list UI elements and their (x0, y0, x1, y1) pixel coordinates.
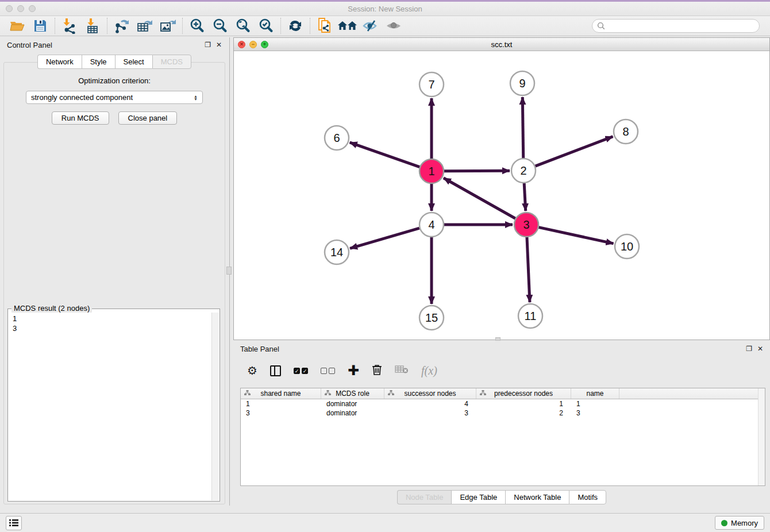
tab-node-table[interactable]: Node Table (397, 490, 452, 504)
show-elements-button[interactable] (382, 17, 405, 34)
float-panel-icon[interactable]: ❐ (205, 41, 211, 48)
table-cell[interactable]: 1 (241, 400, 321, 408)
tab-edge-table[interactable]: Edge Table (451, 490, 505, 504)
column-sort-icon[interactable] (388, 390, 394, 398)
network-graph[interactable]: 1234678910111415 (234, 51, 769, 340)
network-view-window: scc.txt ✕ − + 1234678910111415 (233, 37, 770, 340)
status-bar: Memory (0, 513, 770, 532)
graph-node-label-1: 1 (428, 165, 434, 178)
tab-motifs[interactable]: Motifs (569, 490, 606, 504)
table-cell[interactable]: 1 (476, 400, 571, 408)
table-toolbar: ⚙ ✓✓ ✚ f(x) (240, 359, 763, 382)
table-row[interactable]: 1dominator411 (241, 399, 765, 408)
column-header-name[interactable]: name (571, 388, 619, 399)
zoom-out-button[interactable] (209, 17, 232, 34)
run-mcds-button[interactable]: Run MCDS (52, 111, 109, 125)
import-network-button[interactable] (58, 17, 81, 34)
column-header-shared-name[interactable]: shared name (241, 388, 321, 399)
column-sort-icon[interactable] (244, 390, 251, 398)
delete-icon[interactable] (372, 364, 382, 378)
control-panel-title: Control Panel (7, 41, 52, 49)
graph-edge-2-3[interactable] (524, 183, 526, 211)
column-header-predecessor-nodes[interactable]: predecessor nodes (476, 388, 571, 399)
tab-style[interactable]: Style (82, 55, 115, 69)
clone-network-button[interactable] (313, 17, 336, 34)
memory-button[interactable]: Memory (715, 516, 764, 530)
delete-table-icon[interactable] (395, 365, 409, 376)
network-canvas[interactable]: 1234678910111415 (234, 51, 769, 340)
table-cell[interactable]: 2 (476, 409, 571, 417)
hide-eye-icon (362, 19, 379, 33)
tab-network-table[interactable]: Network Table (505, 490, 569, 504)
graph-node-label-14: 14 (330, 246, 343, 259)
table-cell[interactable]: 3 (241, 409, 321, 417)
search-field[interactable] (592, 19, 760, 33)
graph-edge-4-14[interactable] (350, 228, 419, 248)
save-icon (33, 19, 47, 33)
table-cell[interactable]: 1 (571, 400, 619, 408)
column-sort-icon[interactable] (480, 390, 486, 398)
graph-node-label-3: 3 (523, 218, 529, 231)
select-all-checkboxes-icon[interactable]: ✓✓ (294, 368, 308, 374)
column-header-MCDS-role[interactable]: MCDS role (321, 388, 384, 399)
graph-edge-3-1[interactable] (444, 178, 515, 218)
zoom-fit-button[interactable] (232, 17, 255, 34)
zoom-in-button[interactable] (186, 17, 209, 34)
table-row[interactable]: 3dominator323 (241, 408, 765, 418)
column-header-label: shared name (260, 390, 301, 398)
home-button[interactable] (336, 17, 359, 34)
table-cell[interactable]: dominator (321, 400, 384, 408)
zoom-out-icon (212, 18, 228, 34)
result-scrollbar[interactable] (211, 313, 219, 500)
close-panel-button[interactable]: Close panel (118, 111, 178, 125)
splitter-handle[interactable] (226, 267, 232, 275)
network-window-titlebar[interactable]: scc.txt ✕ − + (234, 38, 769, 51)
graph-edge-2-8[interactable] (536, 137, 613, 167)
hide-elements-button[interactable] (359, 17, 382, 34)
network-resize-handle[interactable] (495, 337, 500, 341)
export-network-button[interactable] (110, 17, 133, 34)
tab-network[interactable]: Network (37, 55, 82, 69)
memory-label: Memory (731, 519, 758, 527)
tab-mcds[interactable]: MCDS (152, 55, 191, 69)
export-table-button[interactable] (133, 17, 156, 34)
graph-edge-1-2[interactable] (444, 171, 510, 171)
zoom-in-icon (189, 18, 205, 34)
table-scrollbar[interactable] (758, 388, 765, 485)
refresh-view-button[interactable] (284, 17, 307, 34)
save-session-button[interactable] (29, 17, 52, 34)
search-input[interactable] (606, 20, 759, 32)
table-cell[interactable]: 3 (571, 409, 619, 417)
graph-edge-3-11[interactable] (527, 237, 530, 302)
toolbar-separator (182, 18, 183, 34)
gear-icon[interactable]: ⚙ (247, 365, 257, 376)
open-session-button[interactable] (6, 17, 29, 34)
table-cell[interactable]: 4 (384, 400, 476, 408)
close-panel-icon[interactable]: ✕ (216, 41, 222, 48)
optimization-criterion-select[interactable]: strongly connected component ▲▼ (26, 91, 203, 104)
mcds-result-text[interactable]: 1 3 (13, 314, 210, 500)
table-cell[interactable]: 3 (384, 409, 476, 417)
graph-edge-1-6[interactable] (350, 142, 420, 167)
function-builder-icon[interactable]: f(x) (421, 364, 437, 377)
graph-edge-2-9[interactable] (522, 97, 523, 158)
float-table-panel-icon[interactable]: ❐ (746, 345, 752, 352)
table-tabs: Node Table Edge Table Network Table Moti… (233, 490, 770, 504)
zoom-selected-button[interactable] (255, 17, 278, 34)
tab-select[interactable]: Select (115, 55, 152, 69)
table-cell[interactable]: dominator (321, 409, 384, 417)
close-table-panel-icon[interactable]: ✕ (757, 345, 763, 352)
deselect-all-checkboxes-icon[interactable] (321, 368, 335, 374)
import-table-button[interactable] (81, 17, 104, 34)
list-icon (9, 519, 18, 527)
task-history-button[interactable] (6, 516, 22, 530)
column-header-successor-nodes[interactable]: successor nodes (384, 388, 476, 399)
graph-node-label-11: 11 (525, 310, 537, 322)
refresh-icon (288, 18, 303, 33)
split-columns-icon[interactable] (270, 365, 281, 376)
column-sort-icon[interactable] (325, 390, 331, 398)
optimization-criterion-label: Optimization criterion: (4, 76, 225, 85)
add-column-icon[interactable]: ✚ (348, 364, 359, 377)
graph-edge-3-10[interactable] (538, 228, 613, 244)
export-image-button[interactable] (156, 17, 179, 34)
